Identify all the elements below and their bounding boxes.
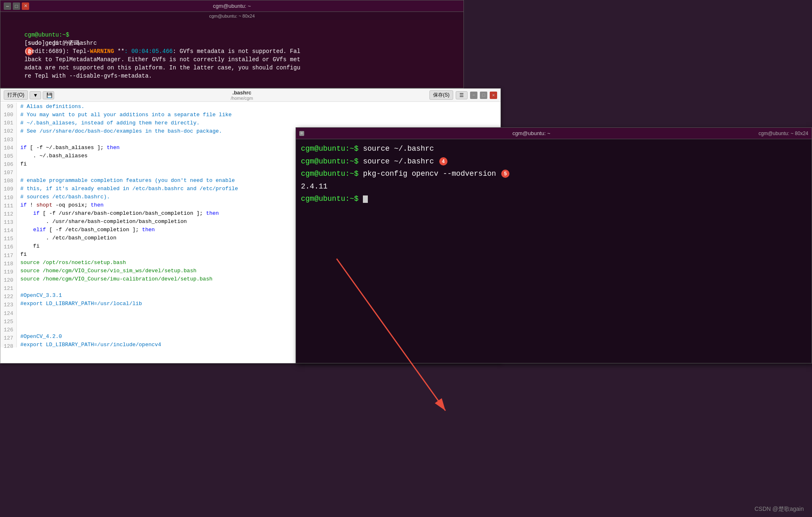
terminal-line-2: [sudo] cgm 的密码： 2: [4, 31, 460, 39]
gedit-close-btn[interactable]: ✕: [490, 92, 497, 99]
terminal-main-content: cgm@ubuntu:~$ sudo gedit ~/.bashrc 1 [su…: [0, 20, 463, 74]
minimize-btn[interactable]: −: [4, 2, 11, 10]
cursor: [363, 195, 368, 203]
badge-4: 4: [439, 157, 447, 165]
t2-line-2: cgm@ubuntu:~$ source ~/.bashrc 4: [301, 155, 807, 168]
terminal-second: ⊞ cgm@ubuntu: ~ cgm@ubuntu: ~ 80x24 cgm@…: [296, 127, 812, 363]
open-button[interactable]: 打开(O): [4, 90, 28, 100]
t2-line-4: 2.4.11: [301, 180, 807, 193]
gedit-toolbar-area: 打开(O) ▼ 💾: [4, 90, 54, 100]
close-btn[interactable]: ✕: [22, 2, 29, 10]
code-line-100: # You may want to put all your additions…: [20, 111, 497, 119]
terminal-main: − □ ✕ cgm@ubuntu: ~ cgm@ubuntu: ~ 80x24 …: [0, 0, 464, 88]
t2-line-3: cgm@ubuntu:~$ pkg-config opencv --modver…: [301, 168, 807, 180]
terminal-main-titlebar: − □ ✕ cgm@ubuntu: ~: [0, 0, 463, 12]
terminal-second-title: cgm@ubuntu: ~: [304, 130, 759, 136]
gedit-minimize-btn[interactable]: −: [470, 92, 477, 99]
terminal2-icon: ⊞: [299, 131, 304, 136]
terminal-second-content: cgm@ubuntu:~$ source ~/.bashrc cgm@ubunt…: [296, 139, 812, 209]
gedit-filename: .bashrc: [232, 90, 251, 96]
terminal-second-subtitle: cgm@ubuntu: ~ 80x24: [759, 131, 808, 136]
code-line-101: # ~/.bash_aliases, instead of adding the…: [20, 119, 497, 127]
code-line-99: # Alias definitions.: [20, 103, 497, 111]
open-dropdown[interactable]: ▼: [30, 91, 41, 99]
terminal-main-subtitle: cgm@ubuntu: ~ 80x24: [0, 12, 463, 20]
t2-line-5: cgm@ubuntu:~$: [301, 193, 807, 205]
terminal-second-titlebar: ⊞ cgm@ubuntu: ~ cgm@ubuntu: ~ 80x24: [296, 128, 812, 139]
gedit-titlebar: 打开(O) ▼ 💾 .bashrc /home/cgm 保存(S) ☰ − □ …: [0, 89, 500, 102]
maximize-btn[interactable]: □: [13, 2, 20, 10]
terminal-main-title: cgm@ubuntu: ~: [37, 3, 427, 9]
t2-line-1: cgm@ubuntu:~$ source ~/.bashrc: [301, 142, 807, 155]
gedit-title-area: .bashrc /home/cgm: [54, 90, 429, 101]
save-shortcut-btn[interactable]: 💾: [43, 91, 54, 99]
gedit-filepath: /home/cgm: [231, 96, 253, 101]
watermark: CSDN @楚歌again: [755, 506, 804, 513]
terminal-line-1: cgm@ubuntu:~$ sudo gedit ~/.bashrc 1: [4, 23, 460, 31]
gedit-maximize-btn[interactable]: □: [480, 92, 487, 99]
line-numbers: 99100101102103 104105106107108 109110111…: [0, 103, 17, 347]
save-button[interactable]: 保存(S): [429, 90, 453, 100]
menu-button[interactable]: ☰: [456, 91, 468, 99]
badge-5: 5: [501, 170, 509, 178]
